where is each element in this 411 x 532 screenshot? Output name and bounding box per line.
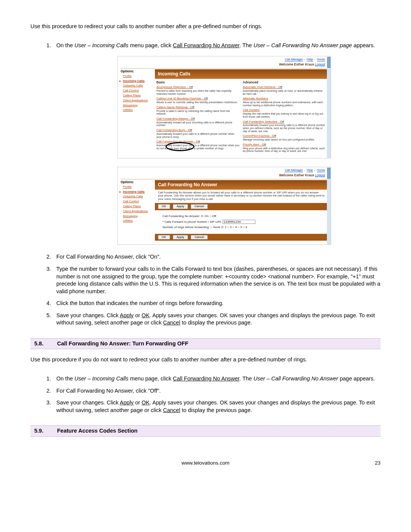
section-heading-58: 5.8.Call Forwarding No Answer: Turn Forw… xyxy=(30,338,381,350)
steps-list-1: On the User – Incoming Calls menu page, … xyxy=(30,42,381,327)
sidebar-item-incoming[interactable]: Incoming Calls xyxy=(121,79,155,84)
link-home[interactable]: Home xyxy=(317,58,325,61)
sidebar-item-callcontrol[interactable]: Call Control xyxy=(121,88,155,93)
link-logout[interactable]: Logout xyxy=(315,62,325,66)
intro-58: Use this procedure if you do not want to… xyxy=(30,356,381,364)
scrollbar[interactable] xyxy=(327,56,331,158)
top-links: Call Manager - Help - Home xyxy=(118,56,331,62)
sidebar-item-profile[interactable]: Profile xyxy=(121,74,155,79)
sidebar-item-messaging[interactable]: Messaging xyxy=(121,103,155,108)
step-3: Type the number to forward your calls to… xyxy=(53,265,381,295)
rings-row[interactable]: Number of rings before forwarding: ○ Non… xyxy=(162,225,320,230)
screenshot-cfna: Call Manager - Help - Home Welcome Esthe… xyxy=(117,167,331,245)
footer-url: www.telovations.com xyxy=(182,460,229,466)
sidebar-item-utilities[interactable]: Utilities xyxy=(121,108,155,113)
step-1: On the User – Incoming Calls menu page, … xyxy=(53,42,381,245)
cancel-button[interactable]: Cancel xyxy=(191,235,208,240)
ok-button[interactable]: OK xyxy=(158,204,170,209)
sidebar-item-outgoing[interactable]: Outgoing Calls xyxy=(121,83,155,88)
sidebar-item-callingplans[interactable]: Calling Plans xyxy=(121,93,155,98)
steps-list-2: On the User – Incoming Calls menu page, … xyxy=(30,375,381,414)
step2-1: On the User – Incoming Calls menu page, … xyxy=(53,375,381,383)
section-heading-59: 5.9.Feature Access Codes Section xyxy=(30,425,381,437)
step2-2: For Call Forwarding No Answer, click "Of… xyxy=(53,387,381,395)
scrollbar[interactable] xyxy=(327,167,331,244)
screenshot-incoming-calls: Call Manager - Help - Home Welcome Esthe… xyxy=(117,56,331,158)
link-help[interactable]: Help xyxy=(307,58,313,61)
footer: www.telovations.com 23 xyxy=(30,460,381,466)
cancel-button[interactable]: Cancel xyxy=(191,204,208,209)
step-5: Save your changes. Click Apply or OK. Ap… xyxy=(53,312,381,327)
sidebar: Options: Profile Incoming Calls Outgoing… xyxy=(121,69,155,154)
cfna-description: Call Forwarding No Answer allows you to … xyxy=(155,190,328,203)
cfna-form: Call Forwarding No Answer: ⊙ On ○ Off * … xyxy=(155,210,328,233)
advanced-col: Automatic Hold Retrieve - OffAutomatical… xyxy=(241,85,328,154)
step-4: Click the button that indicates the numb… xyxy=(53,300,381,307)
page-number: 23 xyxy=(375,460,381,466)
intro: Use this procedure to redirect your call… xyxy=(30,23,381,30)
step2-3: Save your changes. Click Apply or OK. Ap… xyxy=(53,399,381,414)
apply-button[interactable]: Apply xyxy=(173,235,188,240)
forward-number-input[interactable] xyxy=(223,220,255,224)
page-title: Incoming Calls xyxy=(155,69,328,78)
sidebar-item-clientapps[interactable]: Client Applications xyxy=(121,98,155,103)
step-2: For Call Forwarding No Answer, click "On… xyxy=(53,253,381,261)
link-call-manager[interactable]: Call Manager xyxy=(285,58,303,61)
highlight-circle-icon xyxy=(166,142,194,151)
cfna-onoff-row[interactable]: Call Forwarding No Answer: ⊙ On ○ Off xyxy=(162,214,320,219)
page-title-cfna: Call Forwarding No Answer xyxy=(155,180,328,189)
apply-button[interactable]: Apply xyxy=(173,204,188,209)
ok-button[interactable]: OK xyxy=(158,235,170,240)
